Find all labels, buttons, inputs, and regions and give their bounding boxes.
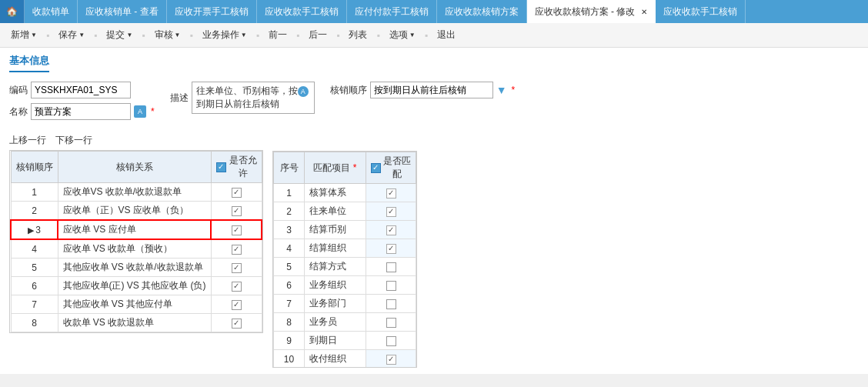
row-match[interactable] <box>366 202 416 221</box>
tab-manual-payable[interactable]: 应付付款手工核销 <box>347 0 437 23</box>
match-checkbox[interactable] <box>386 281 396 291</box>
left-table-scroll[interactable]: 核销顺序 核销关系 是否允许 1应收 <box>10 151 262 332</box>
left-table-row[interactable]: 2应收单（正）VS 应收单（负） <box>11 202 262 221</box>
tab-manual-receive2[interactable]: 应收收款手工核销 <box>656 0 746 23</box>
allow-checkbox[interactable] <box>232 282 242 292</box>
tab-bar: 🏠 收款销单 应收核销单 - 查看 应收开票手工核销 应收收款手工核销 应付付款… <box>0 0 868 23</box>
match-checkbox[interactable] <box>386 225 396 235</box>
allow-checkbox[interactable] <box>232 300 242 310</box>
submit-button[interactable]: 提交 ▼ <box>102 27 137 43</box>
left-table-row[interactable]: 1应收单VS 收款单/收款退款单 <box>11 183 262 202</box>
row-allow[interactable] <box>211 239 262 259</box>
sep4: ▪ <box>189 30 192 41</box>
allow-checkbox[interactable] <box>232 206 242 216</box>
move-down-link[interactable]: 下移一行 <box>55 134 92 147</box>
name-edit-icon[interactable]: A <box>134 105 146 118</box>
tab-close-icon[interactable]: ✕ <box>641 8 647 16</box>
left-table-row[interactable]: ▶3应收单 VS 应付单 <box>11 220 262 239</box>
allow-all-checkbox[interactable] <box>216 162 226 172</box>
row-allow[interactable] <box>211 314 262 332</box>
row-arrow: 6 <box>11 277 58 295</box>
desc-label: 描述 <box>170 92 189 105</box>
right-table-row[interactable]: 1核算体系 <box>274 184 416 202</box>
allow-checkbox[interactable] <box>232 188 242 198</box>
desc-input[interactable]: 往来单位、币别相等，按A到期日从前往后核销 <box>192 82 315 114</box>
right-table-row[interactable]: 5结算方式 <box>274 258 416 276</box>
row-match[interactable] <box>366 313 416 332</box>
row-seq: 5 <box>274 258 305 276</box>
row-match[interactable] <box>366 258 416 276</box>
row-allow[interactable] <box>211 277 262 295</box>
row-allow[interactable] <box>211 220 262 239</box>
code-label: 编码 <box>9 84 28 97</box>
left-table-row[interactable]: 5其他应收单 VS 收款单/收款退款单 <box>11 259 262 277</box>
match-checkbox[interactable] <box>386 336 396 346</box>
code-input[interactable] <box>31 82 131 98</box>
right-table-scroll[interactable]: 序号 匹配项目 * 是否匹配 1核算 <box>273 152 416 367</box>
row-match[interactable] <box>366 350 416 368</box>
match-checkbox[interactable] <box>386 262 396 272</box>
row-match[interactable] <box>366 184 416 202</box>
allow-checkbox[interactable] <box>232 263 242 273</box>
save-button[interactable]: 保存 ▼ <box>54 27 89 43</box>
match-checkbox[interactable] <box>386 299 396 309</box>
allow-checkbox[interactable] <box>232 225 242 235</box>
match-checkbox[interactable] <box>386 188 396 199</box>
add-button[interactable]: 新增 ▼ <box>6 27 42 43</box>
order-dropdown-icon[interactable]: ▼ <box>496 84 507 96</box>
prev-button[interactable]: 前一 <box>264 27 292 43</box>
audit-button[interactable]: 审核 ▼ <box>150 27 185 43</box>
order-input[interactable] <box>370 82 493 98</box>
tab-receivable-scheme-edit[interactable]: 应收收款核销方案 - 修改 ✕ <box>527 0 656 23</box>
match-checkbox[interactable] <box>386 207 396 217</box>
row-allow[interactable] <box>211 202 262 221</box>
left-table-row[interactable]: 4应收单 VS 收款单（预收） <box>11 239 262 259</box>
allow-checkbox[interactable] <box>232 319 242 329</box>
right-table-row[interactable]: 9到期日 <box>274 332 416 350</box>
right-table-row[interactable]: 10收付组织 <box>274 350 416 368</box>
tab-receivable-scheme[interactable]: 应收收款核销方案 <box>437 0 527 23</box>
tab-manual-receive[interactable]: 应收收款手工核销 <box>257 0 347 23</box>
tab-manual-open[interactable]: 应收开票手工核销 <box>167 0 257 23</box>
action-row: 上移一行 下移一行 <box>9 134 263 147</box>
right-table-row[interactable]: 7业务部门 <box>274 295 416 313</box>
row-allow[interactable] <box>211 295 262 314</box>
tab-home[interactable]: 🏠 <box>0 0 25 23</box>
desc-group: 描述 往来单位、币别相等，按A到期日从前往后核销 <box>170 82 315 118</box>
right-table-row[interactable]: 2往来单位 <box>274 202 416 221</box>
options-button[interactable]: 选项 ▼ <box>385 27 420 43</box>
tab-reconcile-check[interactable]: 应收核销单 - 查看 <box>78 0 167 23</box>
row-relation: 收款单 VS 收款退款单 <box>58 314 211 332</box>
left-table-header-row: 核销顺序 核销关系 是否允许 <box>11 152 262 183</box>
right-table-row[interactable]: 6业务组织 <box>274 276 416 295</box>
name-input[interactable] <box>31 103 131 120</box>
match-checkbox[interactable] <box>386 318 396 328</box>
match-all-checkbox[interactable] <box>371 163 381 173</box>
next-button[interactable]: 后一 <box>304 27 332 43</box>
row-match[interactable] <box>366 221 416 239</box>
row-match[interactable] <box>366 239 416 258</box>
match-checkbox[interactable] <box>386 355 396 365</box>
right-table-row[interactable]: 3结算币别 <box>274 221 416 239</box>
list-label: 列表 <box>349 28 367 42</box>
code-group: 编码 <box>9 82 155 98</box>
right-table-row[interactable]: 4结算组织 <box>274 239 416 258</box>
tab-receivable-reconcile[interactable]: 收款销单 <box>25 0 78 23</box>
left-table-row[interactable]: 6其他应收单(正) VS 其他应收单 (负) <box>11 277 262 295</box>
match-checkbox[interactable] <box>386 244 396 254</box>
row-match[interactable] <box>366 276 416 295</box>
row-allow[interactable] <box>211 183 262 202</box>
left-table-row[interactable]: 7其他应收单 VS 其他应付单 <box>11 295 262 314</box>
exit-button[interactable]: 退出 <box>432 27 460 43</box>
row-allow[interactable] <box>211 259 262 277</box>
left-table-container: 核销顺序 核销关系 是否允许 1应收 <box>9 150 263 333</box>
move-up-link[interactable]: 上移一行 <box>9 134 46 147</box>
business-button[interactable]: 业务操作 ▼ <box>198 27 252 43</box>
row-match[interactable] <box>366 332 416 350</box>
allow-checkbox[interactable] <box>232 245 242 255</box>
left-table-row[interactable]: 8收款单 VS 收款退款单 <box>11 314 262 332</box>
right-table-row[interactable]: 8业务员 <box>274 313 416 332</box>
row-arrow: 8 <box>11 314 58 332</box>
list-button[interactable]: 列表 <box>344 27 372 43</box>
row-match[interactable] <box>366 295 416 313</box>
